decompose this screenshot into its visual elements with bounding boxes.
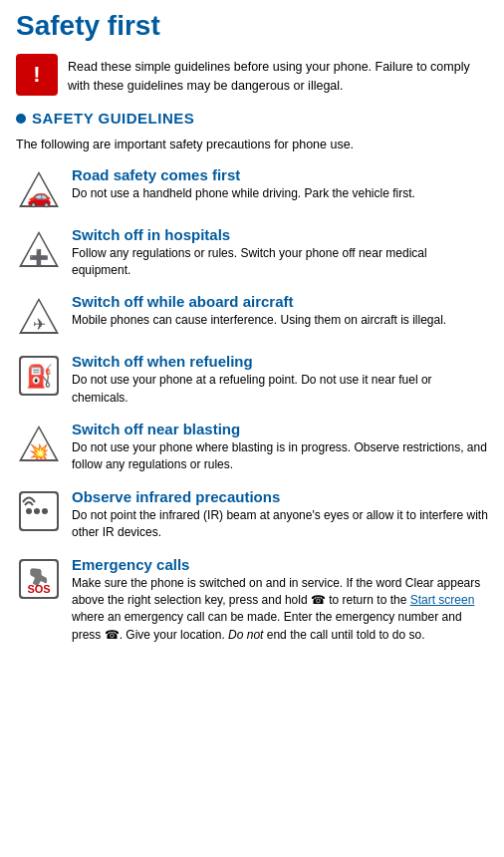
medical-triangle-icon: ➕ bbox=[16, 226, 62, 272]
refueling-title: Switch off when refueling bbox=[72, 353, 488, 370]
emergency-desc: Make sure the phone is switched on and i… bbox=[72, 575, 488, 645]
emergency-title: Emergency calls bbox=[72, 556, 488, 573]
car-triangle-icon: 🚗 bbox=[16, 166, 62, 212]
refueling-content: Switch off when refueling Do not use you… bbox=[72, 353, 488, 407]
road-safety-svg: 🚗 bbox=[17, 167, 61, 211]
item-aircraft: ✈ Switch off while aboard aircraft Mobil… bbox=[16, 293, 488, 339]
infrared-title: Observe infrared precautions bbox=[72, 488, 488, 505]
item-infrared: Observe infrared precautions Do not poin… bbox=[16, 488, 488, 542]
svg-text:✈: ✈ bbox=[33, 316, 46, 333]
road-safety-title: Road safety comes first bbox=[72, 166, 415, 183]
aircraft-title: Switch off while aboard aircraft bbox=[72, 293, 446, 310]
start-screen-link[interactable]: Start screen bbox=[410, 593, 475, 607]
bullet-dot bbox=[16, 114, 26, 124]
warning-icon: ! bbox=[16, 54, 58, 96]
svg-point-17 bbox=[26, 508, 32, 514]
aircraft-svg: ✈ bbox=[17, 294, 61, 338]
blast-triangle-icon: 💥 bbox=[16, 421, 62, 466]
item-refueling: ⛽ Switch off when refueling Do not use y… bbox=[16, 353, 488, 407]
hospitals-content: Switch off in hospitals Follow any regul… bbox=[72, 226, 488, 280]
ir-square-icon bbox=[16, 488, 62, 534]
svg-point-18 bbox=[34, 508, 40, 514]
svg-text:➕: ➕ bbox=[29, 248, 49, 267]
hospitals-desc: Follow any regulations or rules. Switch … bbox=[72, 245, 488, 280]
phone-icon-inline: ☎ bbox=[311, 593, 326, 607]
section-header: SAFETY GUIDELINES bbox=[16, 110, 488, 127]
svg-point-19 bbox=[42, 508, 48, 514]
road-safety-desc: Do not use a handheld phone while drivin… bbox=[72, 185, 415, 202]
hospitals-svg: ➕ bbox=[17, 227, 61, 271]
emergency-svg: SOS bbox=[17, 557, 61, 601]
send-icon-inline: ☎ bbox=[105, 628, 120, 642]
refueling-desc: Do not use your phone at a refueling poi… bbox=[72, 372, 488, 407]
item-blasting: 💥 Switch off near blasting Do not use yo… bbox=[16, 421, 488, 474]
svg-text:🚗: 🚗 bbox=[27, 184, 52, 208]
sos-square-icon: SOS bbox=[16, 556, 62, 602]
svg-text:⛽: ⛽ bbox=[26, 363, 54, 390]
section-title: SAFETY GUIDELINES bbox=[32, 110, 194, 127]
road-safety-content: Road safety comes first Do not use a han… bbox=[72, 166, 415, 202]
infrared-content: Observe infrared precautions Do not poin… bbox=[72, 488, 488, 542]
infrared-desc: Do not point the infrared (IR) beam at a… bbox=[72, 507, 488, 542]
warning-text: Read these simple guidelines before usin… bbox=[68, 54, 488, 96]
emergency-content: Emergency calls Make sure the phone is s… bbox=[72, 556, 488, 645]
aircraft-desc: Mobile phones can cause interference. Us… bbox=[72, 312, 446, 329]
blasting-desc: Do not use your phone where blasting is … bbox=[72, 439, 488, 474]
warning-box: ! Read these simple guidelines before us… bbox=[16, 54, 488, 96]
page-title: Safety first bbox=[16, 10, 488, 42]
hospitals-title: Switch off in hospitals bbox=[72, 226, 488, 243]
svg-text:💥: 💥 bbox=[29, 442, 49, 461]
refueling-svg: ⛽ bbox=[17, 354, 61, 398]
blasting-svg: 💥 bbox=[17, 422, 61, 465]
item-road-safety: 🚗 Road safety comes first Do not use a h… bbox=[16, 166, 488, 212]
fuel-square-icon: ⛽ bbox=[16, 353, 62, 399]
aircraft-triangle-icon: ✈ bbox=[16, 293, 62, 339]
aircraft-content: Switch off while aboard aircraft Mobile … bbox=[72, 293, 446, 329]
item-hospitals: ➕ Switch off in hospitals Follow any reg… bbox=[16, 226, 488, 280]
item-emergency: SOS Emergency calls Make sure the phone … bbox=[16, 556, 488, 645]
svg-text:SOS: SOS bbox=[27, 583, 50, 595]
section-intro: The following are important safety preca… bbox=[16, 137, 488, 154]
blasting-content: Switch off near blasting Do not use your… bbox=[72, 421, 488, 474]
infrared-svg bbox=[17, 489, 61, 533]
blasting-title: Switch off near blasting bbox=[72, 421, 488, 437]
